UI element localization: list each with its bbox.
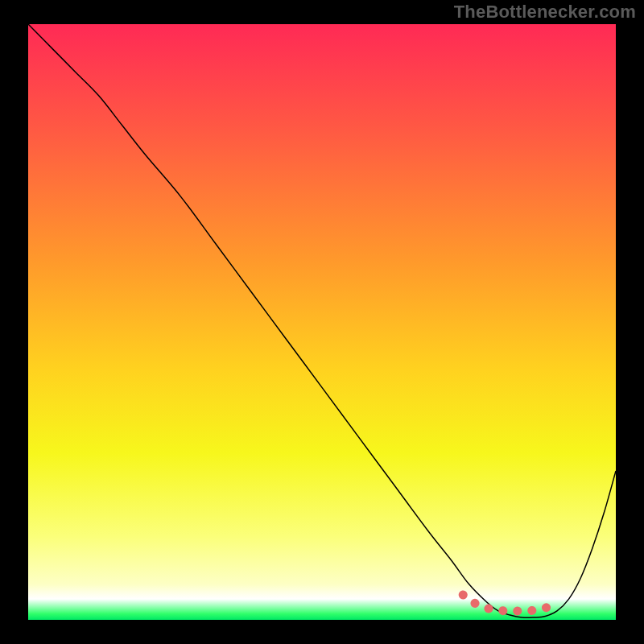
gradient-background: [28, 24, 616, 620]
chart-frame: TheBottlenecker.com: [0, 0, 644, 644]
plot-area: [28, 24, 616, 620]
watermark-text: TheBottlenecker.com: [454, 2, 636, 23]
plot-svg: [28, 24, 616, 620]
